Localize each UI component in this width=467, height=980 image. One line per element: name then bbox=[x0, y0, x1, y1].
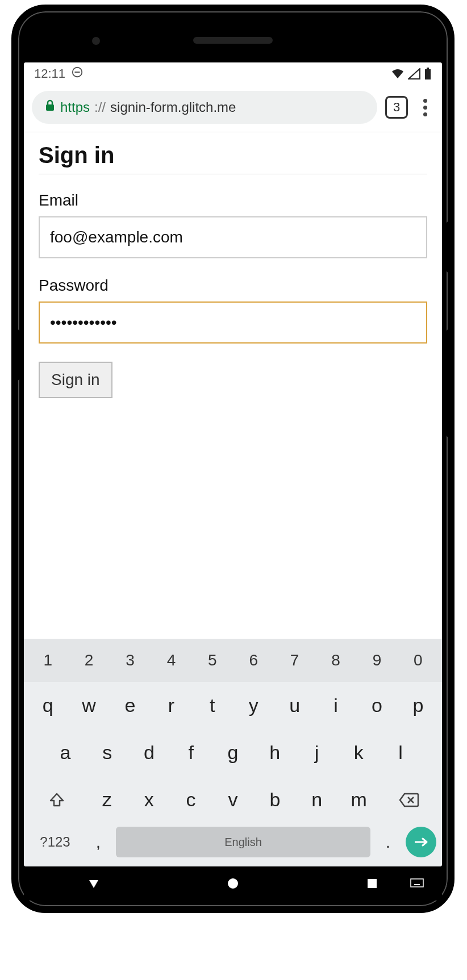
svg-point-8 bbox=[228, 878, 238, 889]
key-m[interactable]: m bbox=[338, 781, 380, 819]
url-bar[interactable]: https://signin-form.glitch.me bbox=[32, 91, 377, 124]
key-o[interactable]: o bbox=[356, 686, 397, 724]
svg-rect-9 bbox=[368, 879, 377, 888]
key-g[interactable]: g bbox=[212, 734, 254, 772]
key-0[interactable]: 0 bbox=[398, 643, 439, 677]
key-y[interactable]: y bbox=[233, 686, 274, 724]
keyboard-bottom-row: ?123 , English . bbox=[24, 823, 442, 863]
enter-key[interactable] bbox=[406, 827, 436, 857]
url-separator: :// bbox=[94, 99, 106, 115]
key-q[interactable]: q bbox=[27, 686, 68, 724]
page-title: Sign in bbox=[39, 143, 427, 174]
keyboard-row-3: zxcvbnm bbox=[24, 776, 442, 823]
key-d[interactable]: d bbox=[128, 734, 170, 772]
key-s[interactable]: s bbox=[86, 734, 128, 772]
lock-icon bbox=[44, 99, 56, 115]
key-c[interactable]: c bbox=[170, 781, 212, 819]
key-9[interactable]: 9 bbox=[356, 643, 397, 677]
key-v[interactable]: v bbox=[212, 781, 254, 819]
svg-rect-4 bbox=[46, 104, 54, 111]
symbols-key[interactable]: ?123 bbox=[30, 834, 81, 850]
password-field-group: Password bbox=[39, 277, 427, 344]
keyboard-number-row: 1234567890 bbox=[24, 639, 442, 682]
status-bar: 12:11 bbox=[24, 62, 442, 85]
key-a[interactable]: a bbox=[44, 734, 86, 772]
spacebar-label: English bbox=[224, 836, 262, 849]
nav-back-button[interactable] bbox=[77, 877, 111, 890]
key-2[interactable]: 2 bbox=[68, 643, 109, 677]
key-p[interactable]: p bbox=[398, 686, 439, 724]
spacebar-key[interactable]: English bbox=[116, 827, 370, 857]
email-field-group: Email bbox=[39, 191, 427, 258]
key-1[interactable]: 1 bbox=[27, 643, 68, 677]
key-3[interactable]: 3 bbox=[110, 643, 151, 677]
email-label: Email bbox=[39, 191, 427, 210]
key-t[interactable]: t bbox=[192, 686, 233, 724]
power-button bbox=[447, 221, 451, 273]
phone-speaker bbox=[193, 37, 273, 44]
key-b[interactable]: b bbox=[254, 781, 296, 819]
battery-icon bbox=[424, 68, 432, 80]
key-x[interactable]: x bbox=[128, 781, 170, 819]
svg-rect-10 bbox=[411, 879, 423, 887]
key-e[interactable]: e bbox=[110, 686, 151, 724]
side-button bbox=[15, 329, 19, 380]
keyboard-row-2: asdfghjkl bbox=[24, 729, 442, 776]
password-input[interactable] bbox=[39, 301, 427, 344]
svg-rect-2 bbox=[425, 69, 431, 79]
status-time: 12:11 bbox=[34, 66, 65, 81]
key-4[interactable]: 4 bbox=[151, 643, 191, 677]
svg-rect-3 bbox=[427, 68, 429, 69]
keyboard-row-1: qwertyuiop bbox=[24, 682, 442, 729]
key-6[interactable]: 6 bbox=[233, 643, 274, 677]
url-host: signin-form.glitch.me bbox=[110, 99, 236, 115]
key-f[interactable]: f bbox=[170, 734, 212, 772]
phone-frame: 12:11 bbox=[11, 5, 455, 913]
password-label: Password bbox=[39, 277, 427, 295]
key-7[interactable]: 7 bbox=[274, 643, 315, 677]
volume-button bbox=[447, 329, 451, 437]
dnd-icon bbox=[71, 66, 84, 82]
key-z[interactable]: z bbox=[86, 781, 128, 819]
android-nav-bar bbox=[24, 866, 442, 901]
key-n[interactable]: n bbox=[296, 781, 338, 819]
backspace-key[interactable] bbox=[380, 792, 439, 808]
nav-recents-button[interactable] bbox=[355, 878, 389, 889]
tab-count-label: 3 bbox=[393, 100, 400, 115]
period-key[interactable]: . bbox=[374, 832, 402, 852]
signin-button[interactable]: Sign in bbox=[39, 362, 112, 398]
tab-switcher-button[interactable]: 3 bbox=[385, 96, 408, 119]
comma-key[interactable]: , bbox=[84, 832, 112, 852]
key-j[interactable]: j bbox=[296, 734, 338, 772]
page-content: Sign in Email Password Sign in bbox=[24, 132, 442, 639]
key-8[interactable]: 8 bbox=[315, 643, 356, 677]
key-5[interactable]: 5 bbox=[192, 643, 233, 677]
key-w[interactable]: w bbox=[68, 686, 109, 724]
wifi-icon bbox=[391, 68, 405, 79]
key-h[interactable]: h bbox=[254, 734, 296, 772]
key-u[interactable]: u bbox=[274, 686, 315, 724]
nav-home-button[interactable] bbox=[216, 877, 250, 890]
browser-menu-button[interactable] bbox=[416, 99, 434, 116]
url-scheme: https bbox=[60, 99, 90, 115]
soft-keyboard: 1234567890 qwertyuiop asdfghjkl zxcvbnm … bbox=[24, 639, 442, 866]
email-input[interactable] bbox=[39, 216, 427, 258]
shift-key[interactable] bbox=[27, 791, 86, 809]
front-camera bbox=[92, 37, 100, 45]
browser-toolbar: https://signin-form.glitch.me 3 bbox=[24, 85, 442, 132]
key-r[interactable]: r bbox=[151, 686, 191, 724]
nav-keyboard-switch-button[interactable] bbox=[400, 878, 434, 889]
cell-signal-icon bbox=[408, 68, 420, 79]
key-k[interactable]: k bbox=[337, 734, 380, 772]
key-l[interactable]: l bbox=[380, 734, 422, 772]
key-i[interactable]: i bbox=[315, 686, 356, 724]
